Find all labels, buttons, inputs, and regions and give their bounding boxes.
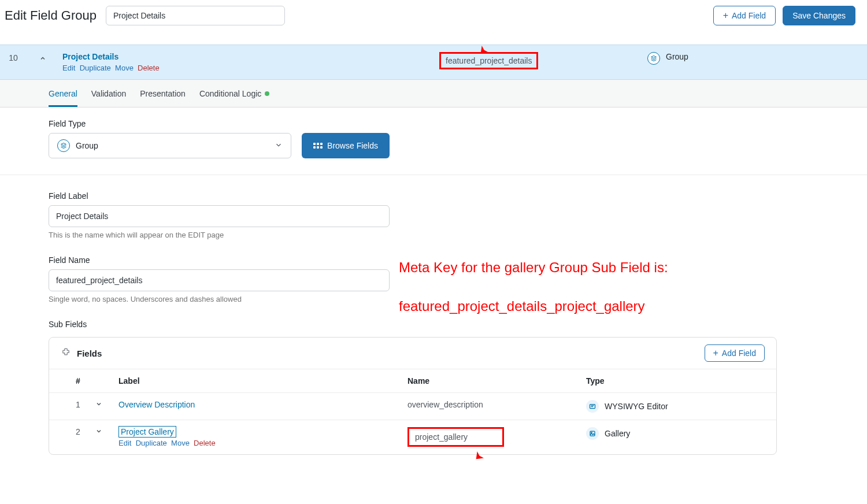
gallery-icon (586, 427, 599, 440)
field-label-help: This is the name which will appear on th… (49, 231, 390, 239)
field-label-label: Field Label (49, 191, 390, 201)
sub-row-label[interactable]: Project Gallery (118, 426, 176, 438)
col-label: Label (118, 376, 407, 386)
sub-fields-box: Fields + Add Field # Label Name Type 1 O… (49, 337, 777, 455)
field-label-input[interactable] (49, 205, 390, 227)
sub-row-type: Gallery (586, 427, 765, 440)
row-title[interactable]: Project Details (62, 52, 439, 61)
tabs: General Validation Presentation Conditio… (0, 80, 867, 108)
field-name-label: Field Name (49, 255, 390, 265)
row-action-move[interactable]: Move (115, 64, 134, 72)
group-icon (57, 139, 70, 152)
add-field-label: Add Field (732, 11, 766, 20)
sub-row-num: 1 (61, 400, 95, 409)
annotation-line-2: featured_project_details_project_gallery (399, 298, 645, 314)
sub-row-actions: Edit Duplicate Move Delete (118, 439, 407, 447)
chevron-down-icon (275, 141, 283, 151)
sub-row-num: 2 (61, 427, 95, 436)
sub-add-field-button[interactable]: + Add Field (705, 344, 765, 362)
top-header: Edit Field Group + Add Field Save Change… (0, 0, 867, 32)
svg-rect-3 (590, 431, 595, 436)
field-row-project-details[interactable]: 10 Project Details Edit Duplicate Move D… (0, 45, 867, 80)
chevron-up-icon (39, 55, 46, 62)
tab-validation[interactable]: Validation (91, 81, 126, 107)
field-type-selected: Group (76, 141, 98, 150)
save-changes-button[interactable]: Save Changes (783, 6, 855, 25)
sub-field-row[interactable]: 2 Project Gallery Edit Duplicate Move De… (49, 420, 776, 454)
field-type-select[interactable]: Group (49, 133, 291, 158)
col-num: # (61, 376, 95, 386)
sub-action-delete[interactable]: Delete (194, 439, 216, 447)
sub-row-type: WYSIWYG Editor (586, 400, 765, 413)
sub-row-toggle[interactable] (95, 427, 118, 436)
divider (0, 175, 867, 175)
sub-row-name-highlight: project_gallery (407, 427, 504, 447)
sub-row-name: overview_description (407, 400, 586, 409)
col-type: Type (586, 376, 765, 386)
page-title: Edit Field Group (5, 8, 97, 23)
sub-fields-header: # Label Name Type (49, 369, 776, 392)
row-type-label: Group (666, 52, 688, 61)
field-type-label: Field Type (49, 119, 390, 128)
tab-general[interactable]: General (49, 81, 77, 107)
sub-action-edit[interactable]: Edit (118, 439, 131, 447)
row-action-delete[interactable]: Delete (138, 64, 160, 72)
row-order: 10 (5, 52, 22, 62)
browse-fields-label: Browse Fields (327, 141, 378, 150)
group-icon (647, 52, 660, 65)
sub-action-move[interactable]: Move (171, 439, 190, 447)
status-dot-icon (265, 91, 269, 96)
col-name: Name (407, 376, 586, 386)
fields-icon (61, 347, 71, 360)
annotation-line-1: Meta Key for the gallery Group Sub Field… (399, 260, 668, 275)
annotation-text: Meta Key for the gallery Group Sub Field… (399, 238, 668, 316)
add-field-button[interactable]: + Add Field (713, 6, 776, 25)
sub-fields-label: Sub Fields (49, 320, 855, 329)
row-type: Group (647, 52, 855, 65)
tab-conditional-label: Conditional Logic (199, 89, 261, 98)
field-name-input[interactable] (49, 269, 390, 291)
sub-fields-title: Fields (77, 349, 102, 358)
collapse-toggle[interactable] (39, 52, 62, 64)
sub-row-toggle[interactable] (95, 400, 118, 409)
row-action-edit[interactable]: Edit (62, 64, 75, 72)
chevron-down-icon (95, 401, 102, 407)
tab-presentation[interactable]: Presentation (140, 81, 186, 107)
row-actions: Edit Duplicate Move Delete (62, 64, 439, 72)
plus-icon: + (713, 349, 718, 358)
browse-fields-button[interactable]: Browse Fields (302, 133, 390, 158)
sub-row-label[interactable]: Overview Description (118, 400, 195, 409)
sub-add-field-label: Add Field (722, 349, 756, 358)
sub-row-type-label: WYSIWYG Editor (605, 402, 668, 411)
sub-action-duplicate[interactable]: Duplicate (136, 439, 167, 447)
grid-icon (313, 143, 323, 149)
svg-point-4 (591, 432, 592, 433)
group-name-input[interactable] (106, 6, 285, 25)
sub-row-type-label: Gallery (605, 429, 630, 438)
plus-icon: + (723, 11, 728, 20)
meta-key-highlight: featured_project_details (439, 52, 538, 69)
field-name-help: Single word, no spaces. Underscores and … (49, 295, 390, 303)
sub-field-row[interactable]: 1 Overview Description overview_descript… (49, 392, 776, 420)
tab-conditional-logic[interactable]: Conditional Logic (199, 81, 269, 107)
chevron-down-icon (95, 428, 102, 435)
wysiwyg-icon (586, 400, 599, 413)
row-action-duplicate[interactable]: Duplicate (80, 64, 111, 72)
